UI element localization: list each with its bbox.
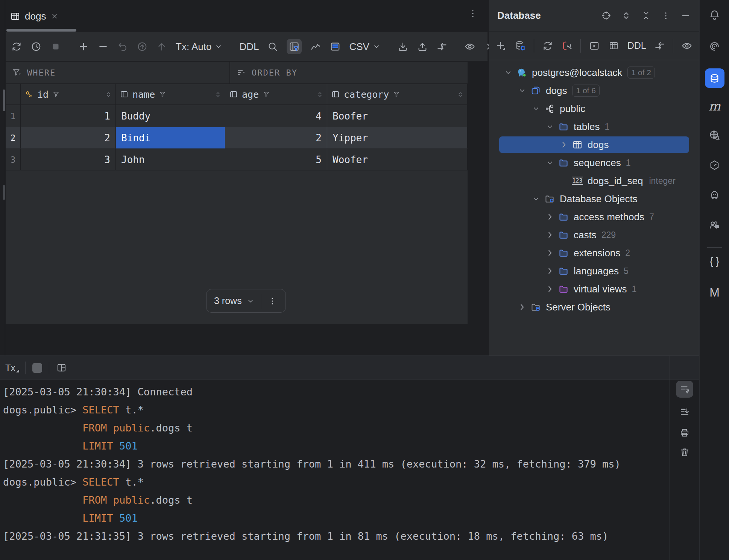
tree-item-postgres-localstack[interactable]: postgres@localstack1 of 2 bbox=[489, 64, 699, 82]
tx-mode-dropdown[interactable]: Tx: Auto bbox=[176, 41, 223, 53]
tree-item-languages[interactable]: languages5 bbox=[489, 262, 699, 280]
add-row-icon[interactable] bbox=[78, 41, 89, 52]
cell-id[interactable]: 2 bbox=[21, 127, 116, 148]
refresh-icon[interactable] bbox=[542, 40, 554, 51]
cell-category[interactable]: Woofer bbox=[327, 149, 468, 170]
column-header-id[interactable]: id bbox=[21, 84, 116, 104]
export-format-dropdown[interactable]: CSV bbox=[349, 41, 380, 53]
chevron-right-icon[interactable] bbox=[544, 230, 556, 240]
row-number[interactable]: 1 bbox=[6, 105, 21, 127]
pager-kebab-icon[interactable] bbox=[261, 296, 284, 306]
row-number[interactable]: 3 bbox=[6, 149, 21, 170]
split-view-icon[interactable] bbox=[56, 362, 67, 373]
cell-category[interactable]: Yipper bbox=[327, 127, 468, 148]
octopus-tool-button[interactable] bbox=[700, 189, 729, 201]
chevron-right-icon[interactable] bbox=[544, 266, 556, 276]
compare-icon[interactable] bbox=[436, 41, 448, 52]
chevron-right-icon[interactable] bbox=[544, 248, 556, 258]
import-icon[interactable] bbox=[397, 41, 409, 52]
sort-toggle-icon[interactable] bbox=[215, 91, 221, 98]
tree-item-dogs[interactable]: dogs bbox=[489, 136, 699, 154]
cell-age[interactable]: 5 bbox=[225, 149, 327, 170]
chevron-down-icon[interactable] bbox=[530, 195, 542, 203]
cell-age[interactable]: 4 bbox=[225, 105, 327, 127]
cell-name[interactable]: Buddy bbox=[116, 105, 225, 127]
column-header-age[interactable]: age bbox=[225, 84, 327, 104]
m-plugin-button[interactable]: m bbox=[700, 98, 729, 114]
submit-icon[interactable] bbox=[137, 41, 148, 52]
row-count-dropdown[interactable]: 3 rows bbox=[208, 295, 261, 306]
tree-item-server-objects[interactable]: Server Objects bbox=[489, 298, 699, 316]
view-options-icon[interactable] bbox=[464, 41, 475, 52]
locate-object-icon[interactable] bbox=[601, 11, 611, 21]
tree-item-dogs[interactable]: dogs1 of 6 bbox=[489, 82, 699, 100]
history-icon[interactable] bbox=[30, 41, 42, 52]
where-filter-input[interactable]: WHERE bbox=[6, 62, 229, 83]
print-button[interactable] bbox=[679, 427, 690, 438]
hide-panel-icon[interactable] bbox=[680, 11, 691, 21]
chevron-right-icon[interactable] bbox=[516, 302, 529, 312]
tree-item-sequences[interactable]: sequences1 bbox=[489, 154, 699, 172]
delete-row-icon[interactable] bbox=[97, 41, 109, 52]
generate-ddl-button[interactable]: DDL bbox=[627, 40, 646, 51]
export-icon[interactable] bbox=[417, 41, 428, 52]
view-options-icon[interactable] bbox=[681, 40, 693, 51]
soft-wrap-button[interactable] bbox=[676, 381, 693, 398]
sort-toggle-icon[interactable] bbox=[317, 91, 323, 98]
json-tool-button[interactable]: { } bbox=[700, 256, 729, 267]
tree-item-public[interactable]: public bbox=[489, 100, 699, 118]
stop-icon[interactable] bbox=[32, 363, 42, 373]
cell-category[interactable]: Boofer bbox=[327, 105, 468, 127]
sort-toggle-icon[interactable] bbox=[105, 91, 112, 98]
column-filter-funnel-icon[interactable] bbox=[52, 91, 60, 98]
column-header-name[interactable]: name bbox=[116, 84, 225, 104]
code-with-me-button[interactable] bbox=[700, 219, 729, 231]
tree-item-extensions[interactable]: extensions2 bbox=[489, 244, 699, 262]
scroll-to-end-button[interactable] bbox=[679, 406, 690, 417]
open-table-icon[interactable] bbox=[608, 41, 620, 51]
cell-id[interactable]: 1 bbox=[21, 105, 116, 127]
mm-plugin-button[interactable]: M bbox=[700, 286, 729, 300]
hexagon-tool-button[interactable] bbox=[700, 159, 729, 171]
compare-icon[interactable] bbox=[654, 40, 666, 51]
reload-icon[interactable] bbox=[11, 41, 22, 52]
jump-to-console-icon[interactable] bbox=[588, 40, 600, 51]
undo-icon[interactable] bbox=[117, 41, 128, 52]
chevron-down-icon[interactable] bbox=[502, 68, 515, 77]
expand-all-icon[interactable] bbox=[621, 11, 631, 21]
disconnect-icon[interactable] bbox=[561, 40, 573, 51]
notifications-button[interactable] bbox=[700, 9, 729, 21]
cell-id[interactable]: 3 bbox=[21, 149, 116, 170]
database-tool-button-active[interactable] bbox=[700, 68, 729, 88]
web-inspector-button[interactable] bbox=[700, 129, 729, 141]
collapse-all-icon[interactable] bbox=[641, 11, 651, 21]
datasource-properties-icon[interactable] bbox=[515, 40, 527, 51]
column-filter-funnel-icon[interactable] bbox=[263, 91, 270, 98]
chevron-right-icon[interactable] bbox=[557, 140, 570, 150]
column-header-category[interactable]: category bbox=[327, 84, 468, 104]
chevron-right-icon[interactable] bbox=[544, 284, 556, 294]
column-filter-funnel-icon[interactable] bbox=[159, 91, 166, 98]
tab-dogs[interactable]: dogs bbox=[6, 5, 65, 27]
chart-view-icon[interactable] bbox=[310, 41, 321, 52]
stop-icon[interactable] bbox=[50, 41, 61, 52]
table-view-icon[interactable] bbox=[330, 41, 341, 52]
tree-item-access-methods[interactable]: access methods7 bbox=[489, 208, 699, 226]
cell-name[interactable]: Bindi bbox=[116, 127, 225, 148]
chevron-right-icon[interactable] bbox=[544, 212, 556, 222]
table-row[interactable]: 22Bindi2Yipper bbox=[6, 127, 468, 149]
order-by-input[interactable]: ORDER BY bbox=[230, 62, 468, 83]
column-filter-funnel-icon[interactable] bbox=[393, 91, 400, 98]
tree-item-casts[interactable]: casts229 bbox=[489, 226, 699, 244]
ddl-button[interactable]: DDL bbox=[239, 41, 259, 53]
table-row[interactable]: 33John5Woofer bbox=[6, 149, 468, 171]
tab-options-kebab-icon[interactable] bbox=[468, 9, 478, 18]
chevron-down-icon[interactable] bbox=[544, 159, 556, 167]
tx-dropdown[interactable]: Tx bbox=[5, 363, 18, 373]
chevron-down-icon[interactable] bbox=[530, 104, 542, 113]
panel-options-kebab-icon[interactable] bbox=[661, 11, 671, 21]
tree-item-dogs-id-seq[interactable]: 123dogs_id_seqinteger bbox=[489, 172, 699, 190]
grid-corner[interactable] bbox=[6, 84, 21, 104]
table-row[interactable]: 11Buddy4Boofer bbox=[6, 105, 468, 127]
chevron-down-icon[interactable] bbox=[544, 123, 556, 131]
